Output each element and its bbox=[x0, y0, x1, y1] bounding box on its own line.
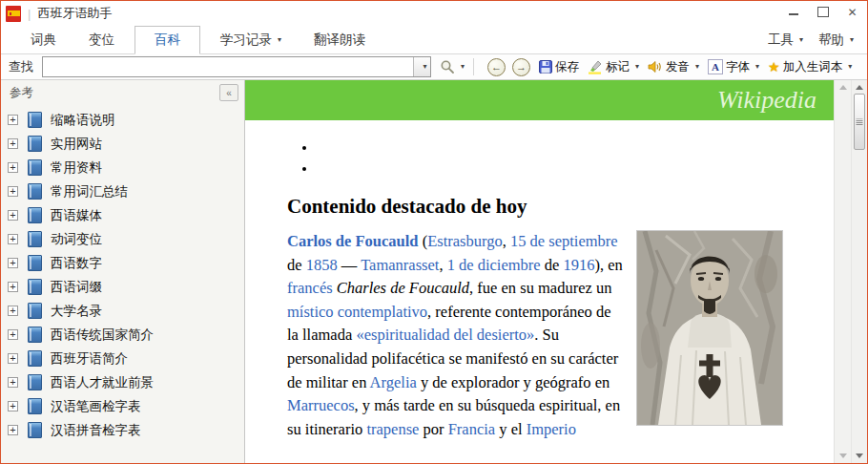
tab-conjugation[interactable]: 变位 bbox=[76, 26, 127, 53]
scroll-up-icon[interactable] bbox=[856, 85, 863, 90]
tab-encyclopedia[interactable]: 百科 bbox=[134, 26, 200, 54]
expand-icon[interactable]: + bbox=[8, 162, 18, 173]
collapse-sidebar-button[interactable]: « bbox=[219, 84, 238, 101]
sidebar-item[interactable]: +常用词汇总结 bbox=[1, 179, 244, 203]
chevron-down-icon: ▾ bbox=[799, 36, 803, 44]
window-scrollbar[interactable] bbox=[851, 80, 867, 463]
grip-icon bbox=[857, 118, 863, 125]
expand-icon[interactable]: + bbox=[8, 258, 18, 268]
search-button[interactable]: ▾ bbox=[440, 59, 465, 74]
sidebar-item[interactable]: +大学名录 bbox=[1, 299, 244, 323]
expand-icon[interactable]: + bbox=[8, 377, 18, 388]
save-button[interactable]: 保存 bbox=[539, 59, 579, 75]
find-label: 查找 bbox=[9, 58, 33, 75]
sidebar-item[interactable]: +实用网站 bbox=[1, 132, 244, 156]
minimize-icon bbox=[789, 13, 798, 15]
scroll-up-icon[interactable] bbox=[839, 85, 847, 90]
book-icon bbox=[28, 279, 42, 295]
sidebar-item[interactable]: +西语数字 bbox=[1, 251, 244, 275]
tab-label: 学习记录 bbox=[220, 32, 272, 49]
maximize-button[interactable] bbox=[808, 1, 837, 23]
wiki-link[interactable]: 1916 bbox=[564, 256, 595, 274]
close-button[interactable]: ✕ bbox=[837, 1, 867, 23]
save-floppy-icon bbox=[539, 60, 552, 74]
text-run-italic: Charles de Foucauld bbox=[337, 279, 469, 297]
sidebar-item-label: 西语词缀 bbox=[51, 279, 102, 296]
text-run: , bbox=[503, 232, 510, 250]
menu-tools[interactable]: 工具▾ bbox=[760, 26, 811, 53]
expand-icon[interactable]: + bbox=[8, 282, 18, 292]
sidebar-item[interactable]: +常用资料 bbox=[1, 156, 244, 179]
expand-icon[interactable]: + bbox=[8, 138, 18, 149]
sidebar-item[interactable]: +汉语笔画检字表 bbox=[1, 394, 244, 418]
content-scrollbar[interactable] bbox=[834, 80, 851, 463]
mark-button[interactable]: 标记 ▾ bbox=[588, 59, 639, 75]
sidebar-item[interactable]: +缩略语说明 bbox=[1, 108, 244, 132]
tab-dictionary[interactable]: 词典 bbox=[18, 26, 69, 53]
highlighter-icon bbox=[588, 60, 603, 74]
sidebar-header: 参考 « bbox=[1, 80, 244, 105]
forward-button[interactable]: → bbox=[512, 58, 530, 76]
sidebar-item-label: 常用词汇总结 bbox=[51, 183, 128, 200]
sidebar-item[interactable]: +动词变位 bbox=[1, 227, 244, 251]
chevron-down-icon: ▾ bbox=[755, 63, 759, 71]
expand-icon[interactable]: + bbox=[8, 329, 18, 340]
search-input[interactable] bbox=[43, 57, 413, 76]
sidebar-item[interactable]: +西语人才就业前景 bbox=[1, 370, 244, 394]
wiki-link[interactable]: Imperio bbox=[527, 420, 576, 438]
article-paragraph: Carlos de Foucauld (Estrasburgo, 15 de s… bbox=[287, 230, 828, 441]
wiki-link[interactable]: Tamanrasset bbox=[361, 256, 439, 274]
titlebar-separator: | bbox=[28, 7, 31, 21]
wiki-link[interactable]: «espiritualidad del desierto» bbox=[356, 326, 534, 344]
book-icon bbox=[28, 350, 42, 367]
add-word-button[interactable]: ★ 加入生词本 ▾ bbox=[768, 59, 852, 75]
wiki-link[interactable]: trapense bbox=[366, 420, 419, 438]
wiki-link[interactable]: Marruecos bbox=[287, 396, 355, 414]
scroll-down-icon[interactable] bbox=[839, 453, 847, 458]
search-history-dropdown-button[interactable]: ▾ bbox=[413, 57, 430, 76]
tab-translate-read[interactable]: 翻译朗读 bbox=[301, 26, 378, 53]
wiki-link[interactable]: 15 de septiembre bbox=[510, 232, 618, 250]
font-label: 字体 bbox=[726, 59, 750, 75]
back-button[interactable]: ← bbox=[487, 58, 506, 76]
tab-study-record[interactable]: 学习记录▾ bbox=[208, 26, 294, 53]
wiki-link[interactable]: Francia bbox=[448, 420, 495, 438]
scrollbar-thumb[interactable] bbox=[854, 94, 865, 150]
wiki-link[interactable]: Argelia bbox=[370, 373, 417, 391]
sidebar-item[interactable]: +汉语拼音检字表 bbox=[1, 418, 244, 442]
sidebar: 参考 « +缩略语说明 +实用网站 +常用资料 +常用词汇总结 +西语媒体 +动… bbox=[1, 80, 245, 463]
wiki-link[interactable]: 1 de diciembre bbox=[447, 256, 541, 274]
sidebar-item-label: 西语媒体 bbox=[51, 207, 102, 224]
expand-icon[interactable]: + bbox=[8, 115, 18, 125]
tab-label: 百科 bbox=[155, 32, 180, 49]
minimize-button[interactable] bbox=[778, 1, 808, 23]
sidebar-item[interactable]: +西班牙语简介 bbox=[1, 347, 244, 370]
main-area: 参考 « +缩略语说明 +实用网站 +常用资料 +常用词汇总结 +西语媒体 +动… bbox=[1, 80, 867, 463]
text-run: de bbox=[541, 256, 564, 274]
expand-icon[interactable]: + bbox=[8, 401, 18, 411]
wiki-link[interactable]: místico contemplativo bbox=[287, 303, 427, 321]
menu-help[interactable]: 帮助▾ bbox=[811, 26, 861, 53]
window-controls: ✕ bbox=[778, 1, 867, 23]
sidebar-item[interactable]: +西语词缀 bbox=[1, 275, 244, 299]
chevron-down-icon: ▾ bbox=[278, 36, 281, 44]
sidebar-item[interactable]: +西语传统国家简介 bbox=[1, 323, 244, 347]
wiki-link[interactable]: francés bbox=[287, 279, 333, 297]
expand-icon[interactable]: + bbox=[8, 186, 18, 197]
pronounce-label: 发音 bbox=[666, 59, 690, 75]
wiki-link[interactable]: Estrasburgo bbox=[427, 232, 503, 250]
wiki-link[interactable]: Carlos de Foucauld bbox=[287, 232, 419, 250]
expand-icon[interactable]: + bbox=[8, 234, 18, 244]
expand-icon[interactable]: + bbox=[8, 425, 18, 435]
expand-icon[interactable]: + bbox=[8, 210, 18, 221]
book-icon bbox=[28, 207, 42, 223]
book-icon bbox=[28, 327, 42, 343]
sidebar-item-label: 缩略语说明 bbox=[51, 112, 115, 129]
expand-icon[interactable]: + bbox=[8, 306, 18, 316]
sidebar-item[interactable]: +西语媒体 bbox=[1, 203, 244, 227]
wiki-link[interactable]: 1858 bbox=[306, 256, 338, 274]
expand-icon[interactable]: + bbox=[8, 353, 18, 364]
pronounce-button[interactable]: 发音 ▾ bbox=[648, 59, 699, 75]
scroll-down-icon[interactable] bbox=[856, 453, 863, 458]
font-button[interactable]: A 字体 ▾ bbox=[708, 59, 759, 75]
